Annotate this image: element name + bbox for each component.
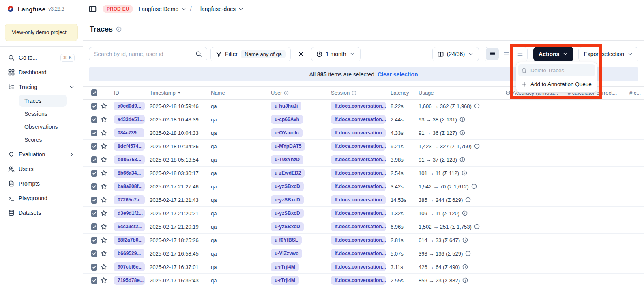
table-row[interactable]: 8dcf4574... 2025-02-18 07:34:36 qa u-MYp… — [83, 140, 644, 153]
org-selector[interactable]: Langfuse Demo — [138, 6, 187, 12]
table-row[interactable]: d3e9d1f2... 2025-02-17 21:20:21 qa u-yzS… — [83, 207, 644, 220]
star-icon[interactable] — [101, 237, 107, 243]
header-usage[interactable]: Usage — [414, 90, 500, 96]
user-id-badge[interactable]: u-rTrjI4M — [271, 276, 299, 285]
trace-id-badge[interactable]: 5cca9cf2... — [114, 222, 145, 231]
sidebar-toggle-icon[interactable] — [89, 5, 97, 13]
row-checkbox[interactable] — [91, 143, 97, 150]
session-id-badge[interactable]: lf.docs.conversation... — [331, 195, 386, 204]
user-id-badge[interactable]: u-yzSBxcD — [271, 209, 304, 218]
star-icon[interactable] — [101, 197, 107, 203]
header-name[interactable]: Name — [206, 90, 266, 96]
select-all-checkbox[interactable] — [91, 89, 97, 96]
star-icon[interactable] — [101, 250, 107, 257]
info-icon[interactable] — [462, 237, 468, 243]
export-selection-button[interactable]: Export selection — [578, 47, 638, 61]
table-row[interactable]: a0cd0d9... 2025-02-18 10:59:46 qa u-huJh… — [83, 100, 644, 113]
session-id-badge[interactable]: lf.docs.conversation... — [331, 249, 386, 258]
star-icon[interactable] — [101, 143, 107, 149]
session-id-badge[interactable]: lf.docs.conversation... — [331, 209, 386, 218]
table-row[interactable]: 07265c7a... 2025-02-17 21:21:43 qa u-yzS… — [83, 193, 644, 207]
info-icon[interactable] — [459, 117, 465, 122]
user-id-badge[interactable]: u-yzSBxcD — [271, 222, 304, 231]
info-icon[interactable] — [474, 103, 480, 109]
header-latency[interactable]: Latency — [386, 90, 414, 96]
table-row[interactable]: 7195d78e... 2025-02-17 16:36:43 qa u-rTr… — [83, 274, 644, 287]
table-row[interactable]: 8b66a34... 2025-02-18 03:30:17 qa u-zEwd… — [83, 167, 644, 180]
header-session[interactable]: Session — [326, 90, 386, 96]
info-icon[interactable] — [465, 197, 471, 203]
star-icon[interactable] — [101, 116, 107, 123]
clear-filter-button[interactable] — [294, 47, 308, 61]
row-checkbox[interactable] — [91, 156, 97, 163]
table-row[interactable]: 907cbf6e... 2025-02-17 16:37:01 qa u-rTr… — [83, 260, 644, 274]
info-icon[interactable] — [462, 277, 468, 283]
star-icon[interactable] — [101, 277, 107, 284]
header-id[interactable]: ID — [109, 90, 145, 96]
menu-item-delete-traces[interactable]: Delete Traces — [518, 64, 595, 76]
trace-id-badge[interactable]: a0cd0d9... — [114, 102, 145, 110]
table-row[interactable]: dd05753... 2025-02-18 05:13:54 qa u-T98Y… — [83, 153, 644, 167]
sidebar-item-goto[interactable]: Go to... ⌘ K — [5, 51, 78, 65]
user-id-badge[interactable]: u-VIZzvwo — [271, 249, 302, 258]
header-extra-score[interactable]: # c... — [625, 90, 644, 96]
session-id-badge[interactable]: lf.docs.conversation... — [331, 222, 386, 231]
demo-project-link[interactable]: demo project — [36, 29, 67, 35]
row-checkbox[interactable] — [91, 223, 97, 230]
user-id-badge[interactable]: u-cp66Avh — [271, 115, 303, 124]
sidebar-item-playground[interactable]: Playground — [5, 191, 78, 205]
trace-id-badge[interactable]: d3e9d1f2... — [114, 209, 145, 218]
sidebar-item-evaluation[interactable]: Evaluation — [5, 147, 78, 161]
row-checkbox[interactable] — [91, 170, 97, 177]
star-icon[interactable] — [101, 210, 107, 217]
row-checkbox[interactable] — [91, 130, 97, 136]
info-icon[interactable] — [352, 91, 356, 95]
trace-id-badge[interactable]: 7195d78e... — [114, 276, 145, 285]
sidebar-item-traces[interactable]: Traces — [19, 95, 67, 107]
row-height-large-button[interactable] — [513, 48, 526, 60]
row-height-small-button[interactable] — [486, 48, 499, 60]
header-timestamp[interactable]: Timestamp ▼ — [145, 90, 206, 96]
info-icon[interactable] — [465, 251, 471, 256]
row-checkbox[interactable] — [91, 210, 97, 217]
table-row[interactable]: b669529... 2025-02-17 16:58:45 qa u-VIZz… — [83, 247, 644, 260]
session-id-badge[interactable]: lf.docs.conversation... — [331, 236, 386, 245]
row-checkbox[interactable] — [91, 277, 97, 284]
user-id-badge[interactable]: u-zEwdED2 — [271, 169, 305, 178]
sidebar-item-prompts[interactable]: Prompts — [5, 177, 78, 191]
user-id-badge[interactable]: u-yzSBxcD — [271, 182, 304, 191]
user-id-badge[interactable]: u-f0YfBSL — [271, 236, 302, 245]
sidebar-item-users[interactable]: Users — [5, 162, 78, 176]
session-id-badge[interactable]: lf.docs.conversation... — [331, 169, 386, 178]
user-id-badge[interactable]: u-yzSBxcD — [271, 195, 304, 204]
star-icon[interactable] — [101, 170, 107, 176]
user-id-badge[interactable]: u-OYauofc — [271, 128, 303, 137]
header-user[interactable]: User — [266, 90, 326, 96]
search-input[interactable] — [89, 51, 190, 57]
row-checkbox[interactable] — [91, 237, 97, 244]
session-id-badge[interactable]: lf.docs.conversation... — [331, 142, 386, 151]
trace-id-badge[interactable]: a433de51... — [114, 115, 145, 124]
info-icon[interactable] — [459, 130, 465, 136]
star-icon[interactable] — [101, 223, 107, 230]
row-height-medium-button[interactable] — [500, 48, 513, 60]
trace-id-badge[interactable]: 8dcf4574... — [114, 142, 145, 151]
table-row[interactable]: 88f2a7b0... 2025-02-17 18:25:26 qa u-f0Y… — [83, 234, 644, 247]
trace-id-badge[interactable]: ba8a208f... — [114, 182, 145, 191]
filter-chip[interactable]: Name any of qa — [241, 50, 286, 58]
trace-id-badge[interactable]: 907cbf6e... — [114, 262, 145, 271]
sidebar-item-tracing[interactable]: Tracing — [5, 80, 78, 94]
session-id-badge[interactable]: lf.docs.conversation... — [331, 276, 386, 285]
session-id-badge[interactable]: lf.docs.conversation... — [331, 262, 386, 271]
star-icon[interactable] — [101, 156, 107, 163]
trace-id-badge[interactable]: dd05753... — [114, 155, 145, 164]
info-icon[interactable] — [284, 91, 289, 95]
row-checkbox[interactable] — [91, 103, 97, 110]
table-row[interactable]: ba8a208f... 2025-02-17 21:27:46 qa u-yzS… — [83, 180, 644, 193]
filter-button[interactable]: Filter Name any of qa — [210, 47, 291, 61]
star-icon[interactable] — [101, 264, 107, 270]
sidebar-item-scores[interactable]: Scores — [19, 134, 67, 146]
project-selector[interactable]: langfuse-docs — [200, 6, 244, 12]
sidebar-item-sessions[interactable]: Sessions — [19, 108, 67, 120]
trace-id-badge[interactable]: 07265c7a... — [114, 195, 145, 204]
